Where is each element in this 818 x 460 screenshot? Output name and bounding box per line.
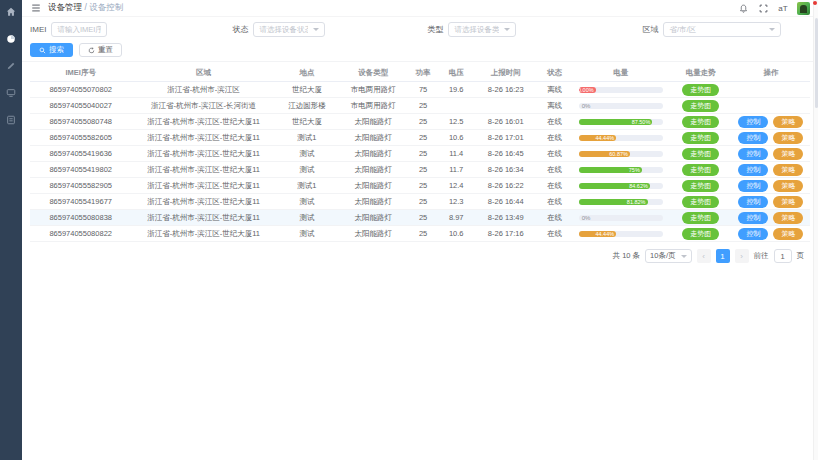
table-row[interactable]: 865974055070802浙江省-杭州市-滨江区世纪大厦市电两用路灯7519…	[30, 82, 810, 98]
battery-percent-label: 60.87%	[609, 151, 628, 157]
breadcrumb-section[interactable]: 设备管理	[48, 2, 82, 12]
trend-chart-button[interactable]: 走势图	[682, 132, 719, 144]
status-select[interactable]: 请选择设备状态	[253, 22, 325, 37]
control-button[interactable]: 控制	[738, 228, 768, 240]
trend-cell: 走势图	[670, 148, 732, 160]
trend-chart-button[interactable]: 走势图	[682, 212, 719, 224]
control-button[interactable]: 控制	[738, 164, 768, 176]
time-cell: 8-26 16:22	[475, 181, 537, 190]
table-row[interactable]: 865974055080748浙江省-杭州市-滨江区-世纪大厦11世纪大厦太阳能…	[30, 114, 810, 130]
strategy-button[interactable]: 策略	[773, 116, 803, 128]
table-row[interactable]: 865974055080838浙江省-杭州市-滨江区-世纪大厦11测试太阳能路灯…	[30, 210, 810, 226]
voltage-cell: 12.5	[438, 117, 475, 126]
control-button[interactable]: 控制	[738, 212, 768, 224]
page-size-select[interactable]: 10条/页	[645, 249, 691, 263]
trend-chart-button[interactable]: 走势图	[682, 148, 719, 160]
table-row[interactable]: 865974055040027浙江省-杭州市-滨江区-长河街道江边圆形楼市电两用…	[30, 98, 810, 114]
control-button[interactable]: 控制	[738, 180, 768, 192]
column-header-actions: 操作	[732, 68, 810, 78]
battery-percent-label: 44.44%	[595, 135, 614, 141]
strategy-button[interactable]: 策略	[773, 164, 803, 176]
font-size-icon[interactable]: aT	[777, 2, 789, 14]
trend-chart-button[interactable]: 走势图	[682, 228, 719, 240]
sidebar-item-dashboard[interactable]	[3, 31, 19, 47]
time-cell: 8-26 17:01	[475, 133, 537, 142]
avatar[interactable]	[797, 2, 810, 15]
fullscreen-icon[interactable]	[757, 2, 769, 14]
sidebar-item-home[interactable]	[3, 4, 19, 20]
status-label: 状态	[232, 24, 248, 35]
table-row[interactable]: 865974055080822浙江省-杭州市-滨江区-世纪大厦11测试太阳能路灯…	[30, 226, 810, 242]
battery-bar: 84.62%	[579, 183, 663, 189]
control-button[interactable]: 控制	[738, 196, 768, 208]
reset-button[interactable]: 重置	[79, 43, 122, 57]
trend-chart-button[interactable]: 走势图	[682, 116, 719, 128]
battery-bar-fill: 60.87%	[579, 151, 630, 157]
goto-page-input[interactable]: 1	[774, 249, 792, 263]
prev-page-button[interactable]: ‹	[697, 249, 711, 263]
control-button[interactable]: 控制	[738, 148, 768, 160]
type-cell: 市电两用路灯	[338, 85, 408, 95]
place-cell: 测试1	[276, 133, 338, 143]
table-row[interactable]: 865974055419636浙江省-杭州市-滨江区-世纪大厦11测试太阳能路灯…	[30, 146, 810, 162]
battery-bar-fill: 75%	[579, 167, 642, 173]
actions-cell: 控制策略	[732, 196, 810, 208]
region-cell: 浙江省-杭州市-滨江区-世纪大厦11	[131, 181, 275, 191]
page-1-button[interactable]: 1	[716, 249, 730, 263]
time-cell: 8-26 16:23	[475, 85, 537, 94]
trend-chart-button[interactable]: 走势图	[682, 100, 719, 112]
status-cell: 离线	[537, 85, 572, 95]
column-header-voltage: 电压	[438, 68, 475, 78]
type-cell: 太阳能路灯	[338, 181, 408, 191]
trend-chart-button[interactable]: 走势图	[682, 164, 719, 176]
trend-chart-button[interactable]: 走势图	[682, 84, 719, 96]
control-button[interactable]: 控制	[738, 132, 768, 144]
page-scrollbar[interactable]	[813, 0, 818, 460]
list-icon	[6, 111, 16, 129]
trend-chart-button[interactable]: 走势图	[682, 196, 719, 208]
strategy-button[interactable]: 策略	[773, 132, 803, 144]
battery-bar: 44.44%	[579, 231, 663, 237]
table-row[interactable]: 865974055582905浙江省-杭州市-滨江区-世纪大厦11测试1太阳能路…	[30, 178, 810, 194]
place-cell: 测试	[276, 197, 338, 207]
battery-bar: 87.50%	[579, 119, 663, 125]
strategy-button[interactable]: 策略	[773, 180, 803, 192]
actions-cell: 控制策略	[732, 212, 810, 224]
actions-cell: 控制策略	[732, 180, 810, 192]
bell-icon[interactable]	[737, 2, 749, 14]
actions-cell: 控制策略	[732, 228, 810, 240]
app-window: 设备管理 / 设备控制 aT IMEI	[0, 0, 818, 460]
control-button[interactable]: 控制	[738, 116, 768, 128]
type-label: 类型	[427, 24, 443, 35]
voltage-cell: 8.97	[438, 213, 475, 222]
strategy-button[interactable]: 策略	[773, 212, 803, 224]
imei-input[interactable]	[51, 22, 107, 37]
strategy-button[interactable]: 策略	[773, 148, 803, 160]
trend-cell: 走势图	[670, 212, 732, 224]
sidebar-fold-icon[interactable]	[30, 2, 42, 14]
strategy-button[interactable]: 策略	[773, 196, 803, 208]
table-body: 865974055070802浙江省-杭州市-滨江区世纪大厦市电两用路灯7519…	[30, 82, 810, 242]
sidebar-item-monitor[interactable]	[3, 85, 19, 101]
strategy-button[interactable]: 策略	[773, 228, 803, 240]
status-cell: 在线	[537, 133, 572, 143]
status-cell: 在线	[537, 181, 572, 191]
battery-bar-fill: 87.50%	[579, 119, 653, 125]
battery-bar: 0%	[579, 103, 663, 109]
sidebar-item-list[interactable]	[3, 112, 19, 128]
sidebar-item-edit[interactable]	[3, 58, 19, 74]
search-button[interactable]: 搜索	[30, 43, 73, 57]
imei-cell: 865974055080822	[30, 229, 131, 238]
table-header-row: IMEI序号区域地点设备类型功率电压上报时间状态电量电量走势操作	[30, 65, 810, 82]
table-row[interactable]: 865974055419677浙江省-杭州市-滨江区-世纪大厦11测试太阳能路灯…	[30, 194, 810, 210]
trend-chart-button[interactable]: 走势图	[682, 180, 719, 192]
region-select[interactable]: 省/市/区	[663, 22, 781, 37]
next-page-button[interactable]: ›	[735, 249, 749, 263]
region-select-placeholder: 省/市/区	[669, 25, 764, 35]
column-header-trend: 电量走势	[670, 68, 732, 78]
table-row[interactable]: 865974055582605浙江省-杭州市-滨江区-世纪大厦11测试1太阳能路…	[30, 130, 810, 146]
table-row[interactable]: 865974055419802浙江省-杭州市-滨江区-世纪大厦11测试太阳能路灯…	[30, 162, 810, 178]
imei-cell: 865974055419636	[30, 149, 131, 158]
type-select[interactable]: 请选择设备类型	[448, 22, 516, 37]
region-cell: 浙江省-杭州市-滨江区-长河街道	[131, 101, 275, 111]
